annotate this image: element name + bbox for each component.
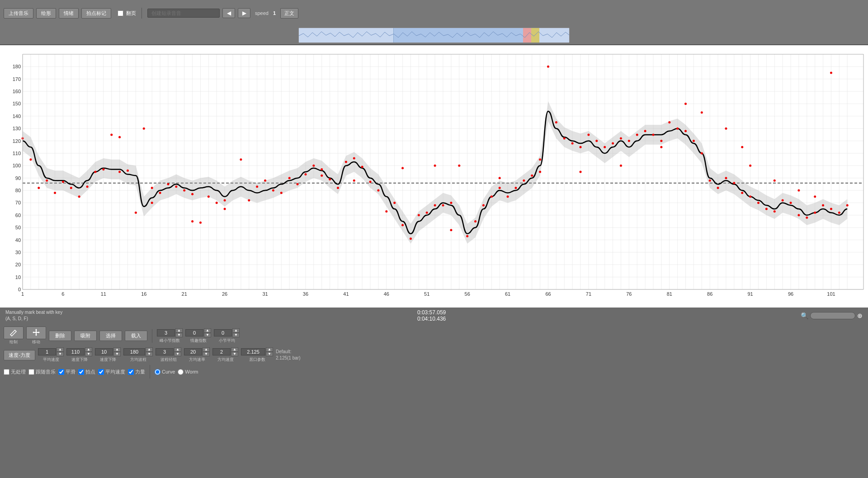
svg-marker-0: [35, 329, 37, 330]
speed-rate-spinner: ▲ ▼ 方均速率: [184, 347, 210, 363]
peak-index-input[interactable]: 3: [157, 329, 175, 336]
wave-group-down[interactable]: ▼: [174, 352, 181, 356]
shape-button[interactable]: 绘形: [36, 8, 56, 19]
tool-row: 绘制 移动 删除 吸附 选择 载入 3 ▲ ▼ 峰小节指数: [4, 327, 864, 345]
bar-param-input[interactable]: [241, 348, 265, 355]
avg-speed-label: 平均速度: [43, 357, 59, 363]
bar-end-label: 方均速度: [217, 357, 234, 363]
follow-music-label[interactable]: 跟随音乐: [28, 369, 56, 375]
emotion-index-label: 情趣指数: [190, 338, 207, 344]
play-button[interactable]: ▶: [238, 8, 250, 18]
speed-down-up[interactable]: ▲: [85, 347, 92, 352]
worm-radio[interactable]: [178, 369, 184, 375]
import-button[interactable]: 载入: [125, 331, 147, 341]
curve-radio-label[interactable]: Curve: [155, 369, 175, 375]
translate-button[interactable]: 正文: [280, 8, 298, 19]
small-level-spinner: 0 ▲ ▼ 小节平均: [214, 328, 240, 344]
svg-marker-2: [33, 331, 34, 333]
avg-speed-up[interactable]: ▲: [57, 347, 64, 352]
avg-time-input[interactable]: [123, 348, 145, 355]
curve-radio[interactable]: [155, 369, 160, 375]
beat-point-label[interactable]: 拍点: [78, 369, 95, 375]
speed-down-input[interactable]: [66, 348, 85, 355]
bar-end-up[interactable]: ▲: [231, 347, 238, 352]
peak-index-spinner: 3 ▲ ▼ 峰小节指数: [157, 328, 183, 344]
small-level-up[interactable]: ▲: [232, 328, 240, 333]
svg-marker-3: [38, 331, 40, 333]
peak-index-down[interactable]: ▼: [175, 333, 183, 337]
follow-music-checkbox[interactable]: [28, 369, 34, 375]
avg-time-up[interactable]: ▲: [146, 347, 153, 352]
waveform-svg: [299, 28, 569, 43]
bar-param-down[interactable]: ▼: [266, 352, 273, 356]
wave-group-up[interactable]: ▲: [174, 347, 181, 352]
draw-label: 绘制: [9, 339, 18, 345]
svg-marker-1: [35, 335, 37, 336]
default-info: Default: 2.125(1 bar): [276, 349, 300, 361]
beat-point-checkbox[interactable]: [78, 369, 84, 375]
move-button[interactable]: [26, 327, 46, 339]
bar-param-label: 居口参数: [249, 357, 265, 363]
move-label: 移动: [32, 339, 40, 345]
avg-speed-cb-label[interactable]: 平均速度: [98, 369, 125, 375]
speed-down2-down[interactable]: ▼: [113, 352, 121, 356]
move-icon: [32, 328, 40, 336]
peak-index-up[interactable]: ▲: [175, 328, 183, 333]
flip-checkbox[interactable]: [118, 10, 123, 16]
delete-button[interactable]: 删除: [49, 331, 71, 341]
power-label[interactable]: 力量: [128, 369, 145, 375]
speed-rate-input[interactable]: [184, 348, 202, 355]
small-level-input[interactable]: 0: [214, 329, 232, 336]
flip-label: 翻页: [126, 10, 136, 17]
emotion-index-input[interactable]: 0: [185, 329, 203, 336]
bar-end-spinner: ▲ ▼ 方均速度: [212, 347, 238, 363]
avg-time-down[interactable]: ▼: [146, 352, 153, 356]
snap-button[interactable]: 吸附: [74, 331, 97, 341]
speed-rate-label: 方均速率: [189, 357, 205, 363]
speed-value: 1: [273, 10, 276, 16]
upload-music-button[interactable]: 上传音乐: [4, 8, 33, 19]
speed-power-button[interactable]: 速度-力度: [4, 350, 35, 360]
checkbox-row: 无处理 跟随音乐 平滑 拍点 平均速度 力量 Curve Wor: [4, 365, 864, 379]
chart-canvas[interactable]: [0, 45, 868, 308]
emotion-index-up[interactable]: ▲: [204, 328, 211, 333]
worm-radio-label[interactable]: Worm: [178, 369, 198, 375]
select-button[interactable]: 选择: [99, 331, 122, 341]
speed-rate-up[interactable]: ▲: [203, 347, 210, 352]
speed-rate-down[interactable]: ▼: [203, 352, 210, 356]
small-level-down[interactable]: ▼: [232, 333, 240, 337]
no-process-checkbox[interactable]: [4, 369, 9, 375]
speed-down2-input[interactable]: [95, 348, 113, 355]
prev-button[interactable]: ◀: [222, 8, 235, 18]
smooth-label[interactable]: 平滑: [58, 369, 75, 375]
avg-speed-spinner: ▲ ▼ 平均速度: [38, 347, 64, 363]
draw-button[interactable]: [4, 327, 24, 339]
draw-icon: [9, 328, 18, 336]
emotion-button[interactable]: 情绪: [59, 8, 79, 19]
avg-speed-cb-checkbox[interactable]: [98, 369, 104, 375]
avg-speed-down[interactable]: ▼: [57, 352, 64, 356]
mark-button[interactable]: 拍点标记: [81, 8, 111, 19]
no-process-label[interactable]: 无处理: [4, 369, 26, 375]
zoom-control: 🔍 ⊕: [801, 312, 863, 319]
status-bar: Manually mark beat with key (A, S, D, F)…: [0, 308, 868, 324]
record-name-input[interactable]: [147, 9, 220, 18]
smooth-checkbox[interactable]: [58, 369, 64, 375]
avg-speed-input[interactable]: [38, 348, 56, 355]
bar-end-down[interactable]: ▼: [231, 352, 238, 356]
waveform-container[interactable]: [298, 28, 570, 43]
bottom-controls: 绘制 移动 删除 吸附 选择 载入 3 ▲ ▼ 峰小节指数: [0, 324, 868, 383]
wave-group-input[interactable]: [156, 348, 174, 355]
chart-area[interactable]: www.Vmus.net: [0, 45, 868, 308]
speed-power-row: 速度-力度 ▲ ▼ 平均速度 ▲ ▼ 速度下降: [4, 347, 864, 363]
speed-down-down[interactable]: ▼: [85, 352, 92, 356]
speed-down2-spinner: ▲ ▼ 速度下降: [95, 347, 121, 363]
power-checkbox[interactable]: [128, 369, 134, 375]
bar-end-input[interactable]: [212, 348, 231, 355]
emotion-index-down[interactable]: ▼: [204, 333, 211, 337]
bar-param-up[interactable]: ▲: [266, 347, 273, 352]
zoom-slider[interactable]: [810, 312, 855, 319]
speed-down-spinner: ▲ ▼ 速度下降: [66, 347, 92, 363]
emotion-index-spinner: 0 ▲ ▼ 情趣指数: [185, 328, 211, 344]
speed-down2-up[interactable]: ▲: [113, 347, 121, 352]
